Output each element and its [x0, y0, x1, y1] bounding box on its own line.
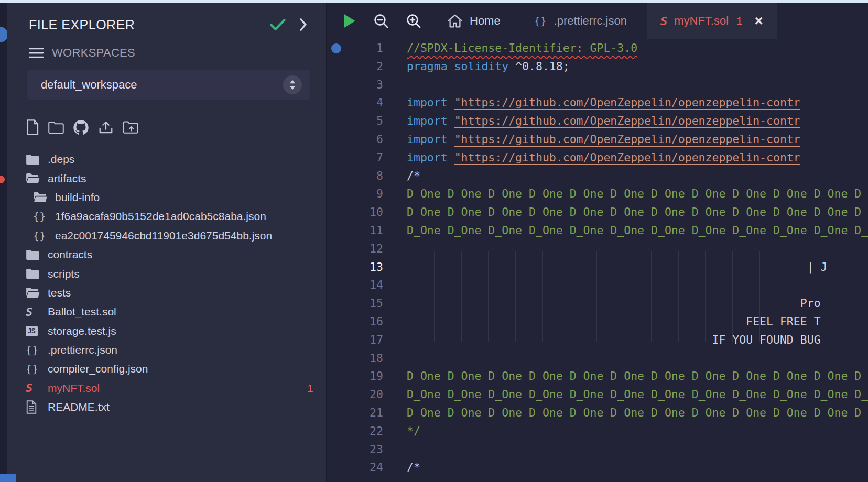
- upload-file-icon[interactable]: [98, 119, 114, 135]
- new-file-icon[interactable]: [26, 119, 39, 135]
- line-number[interactable]: 5: [327, 112, 405, 130]
- code-line[interactable]: D_One D_One D_One D_One D_One D_One D_On…: [407, 404, 868, 422]
- line-number[interactable]: 3: [327, 76, 405, 94]
- code-line[interactable]: */: [407, 422, 868, 441]
- code-line[interactable]: import "https://github.com/OpenZeppelin/…: [407, 130, 868, 149]
- code-token: D_One D_One D_One D_One D_One D_One D_On…: [407, 406, 868, 419]
- new-folder-icon[interactable]: [48, 121, 64, 134]
- code-token: /*: [407, 461, 420, 474]
- code-token: "https://github.com/OpenZeppelin/openzep…: [454, 151, 800, 164]
- code-token: D_One D_One D_One D_One D_One D_One D_On…: [407, 224, 868, 237]
- zoom-out-icon[interactable]: [373, 13, 389, 29]
- file-name: storage.test.js: [48, 325, 116, 337]
- code-line[interactable]: [407, 76, 868, 94]
- tab-mynft-sol[interactable]: SmyNFT.sol1×: [647, 3, 777, 39]
- line-number[interactable]: 4: [327, 94, 405, 112]
- chevron-right-icon[interactable]: [299, 18, 307, 31]
- code-line[interactable]: D_One D_One D_One D_One D_One D_One D_On…: [407, 203, 868, 222]
- code-line[interactable]: import "https://github.com/OpenZeppelin/…: [407, 94, 868, 112]
- explorer-toolbar: [7, 118, 326, 136]
- code-line[interactable]: Pro: [407, 294, 868, 313]
- code-line[interactable]: /*: [407, 458, 868, 477]
- tree-item-artifacts[interactable]: artifacts: [7, 169, 326, 188]
- code-line[interactable]: D_One D_One D_One D_One D_One D_One D_On…: [407, 185, 868, 203]
- editor-controls: [327, 13, 422, 29]
- tree-item-mynft-sol[interactable]: SmyNFT.sol1: [7, 379, 326, 398]
- tree-item-1f6a9acafa90b5152de1ad0cab5c8aba-json[interactable]: {}1f6a9acafa90b5152de1ad0cab5c8aba.json: [7, 207, 326, 226]
- tree-item-storage-test-js[interactable]: JSstorage.test.js: [7, 322, 326, 341]
- zoom-in-icon[interactable]: [405, 13, 422, 29]
- line-number[interactable]: 9: [327, 185, 405, 203]
- tree-item-contracts[interactable]: contracts: [7, 245, 326, 264]
- code-token: import: [407, 151, 448, 164]
- code-line[interactable]: import "https://github.com/OpenZeppelin/…: [407, 149, 868, 167]
- line-number[interactable]: 7: [327, 149, 405, 167]
- folder-icon: [26, 154, 41, 166]
- code-token: D_One D_One D_One D_One D_One D_One D_On…: [407, 205, 868, 218]
- line-number[interactable]: 6: [327, 130, 405, 149]
- line-number[interactable]: 11: [327, 222, 405, 240]
- tree-item-scripts[interactable]: scripts: [7, 264, 326, 283]
- code-line[interactable]: //SPDX-License-Identifier: GPL-3.0: [407, 39, 868, 58]
- code-line[interactable]: /*: [407, 167, 868, 185]
- code-line[interactable]: FEEL FREE T: [407, 313, 868, 331]
- github-icon[interactable]: [73, 119, 89, 136]
- tree-item-compiler-config-json[interactable]: {}compiler_config.json: [7, 359, 326, 378]
- solidity-icon: S: [26, 381, 41, 395]
- code-line[interactable]: D_One D_One D_One D_One D_One D_One D_On…: [407, 222, 868, 240]
- code-line[interactable]: D_One D_One D_One D_One D_One D_One D_On…: [407, 386, 868, 404]
- code-line[interactable]: [407, 349, 868, 368]
- tab-home[interactable]: Home: [433, 3, 514, 39]
- line-number[interactable]: 18: [327, 349, 405, 368]
- line-number[interactable]: 16: [327, 313, 405, 331]
- line-number[interactable]: 10: [327, 203, 405, 222]
- tree-item-tests[interactable]: tests: [7, 283, 326, 302]
- check-icon[interactable]: [270, 18, 286, 31]
- tree-item-ea2c001745946cbd11901e3d675d54bb-json[interactable]: {}ea2c001745946cbd11901e3d675d54bb.json: [7, 226, 326, 245]
- line-number[interactable]: 1: [327, 39, 405, 58]
- line-number[interactable]: 2: [327, 58, 405, 76]
- line-number[interactable]: 21: [327, 404, 405, 422]
- close-tab-icon[interactable]: ×: [755, 14, 763, 28]
- tab--prettierrc-json[interactable]: {}.prettierrc.json: [520, 3, 641, 39]
- file-name: tests: [48, 287, 71, 299]
- line-number[interactable]: 12: [327, 240, 405, 258]
- file-name: ea2c001745946cbd11901e3d675d54bb.json: [55, 229, 272, 242]
- line-number[interactable]: 13: [327, 258, 405, 277]
- tab-label: myNFT.sol: [674, 14, 729, 28]
- code-line[interactable]: [407, 441, 868, 459]
- line-number[interactable]: 17: [327, 331, 405, 349]
- code-line[interactable]: [407, 276, 868, 294]
- line-number[interactable]: 19: [327, 367, 405, 386]
- tree-item-build-info[interactable]: build-info: [7, 188, 326, 207]
- line-number[interactable]: 8: [327, 167, 405, 185]
- line-number[interactable]: 14: [327, 276, 405, 294]
- file-name: myNFT.sol: [48, 382, 100, 395]
- upload-folder-icon[interactable]: [123, 120, 139, 134]
- code-line[interactable]: import "https://github.com/OpenZeppelin/…: [407, 112, 868, 130]
- line-number[interactable]: 15: [327, 294, 405, 313]
- line-number[interactable]: 24: [327, 458, 405, 477]
- code-line[interactable]: D_One D_One D_One D_One D_One D_One D_On…: [407, 367, 868, 386]
- line-number[interactable]: 23: [327, 441, 405, 459]
- hamburger-menu-icon[interactable]: [29, 47, 44, 59]
- tree-item-readme-txt[interactable]: README.txt: [7, 398, 326, 417]
- tree-item--deps[interactable]: .deps: [7, 150, 326, 169]
- workspace-dropdown[interactable]: default_workspace: [27, 70, 310, 100]
- code-line[interactable]: | J: [407, 258, 868, 277]
- braces-icon: {}: [26, 344, 41, 356]
- braces-icon: {}: [26, 363, 41, 375]
- tree-item--prettierrc-json[interactable]: {}.prettierrc.json: [7, 341, 326, 359]
- updown-arrows-icon: [283, 75, 302, 94]
- tree-item-ballot-test-sol[interactable]: SBallot_test.sol: [7, 302, 326, 321]
- file-name: build-info: [55, 191, 100, 204]
- code-line[interactable]: [407, 240, 868, 258]
- code-line[interactable]: IF YOU FOUND BUG: [407, 331, 868, 349]
- code-line[interactable]: pragma solidity ^0.8.18;: [407, 58, 868, 76]
- line-number[interactable]: 22: [327, 422, 405, 441]
- play-icon[interactable]: [342, 13, 357, 29]
- plugin-icon-partial[interactable]: [0, 27, 7, 42]
- line-number[interactable]: 20: [327, 386, 405, 404]
- file-name: README.txt: [48, 401, 110, 413]
- code-editor[interactable]: 123456789101112131415161718192021222324 …: [327, 39, 868, 482]
